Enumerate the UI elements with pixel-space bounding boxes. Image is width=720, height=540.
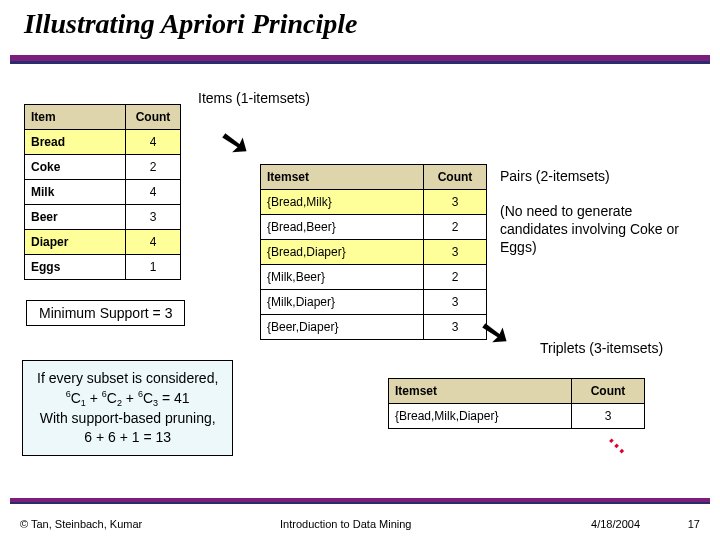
ellipsis-dots-icon: ⋯ [600, 429, 633, 462]
pairs-note: (No need to generate candidates involvin… [500, 202, 700, 257]
calc-l4: 6 + 6 + 1 = 13 [37, 428, 218, 447]
td: {Bread,Diaper} [261, 240, 424, 265]
label-items: Items (1-itemsets) [198, 90, 310, 106]
td: Beer [25, 205, 126, 230]
calc-l1: If every subset is considered, [37, 369, 218, 388]
th: Count [126, 105, 181, 130]
td: {Beer,Diaper} [261, 315, 424, 340]
footer-date: 4/18/2004 [591, 518, 640, 530]
td: 2 [424, 215, 487, 240]
th: Itemset [261, 165, 424, 190]
footer-copyright: © Tan, Steinbach, Kumar [20, 518, 142, 530]
td: 4 [126, 180, 181, 205]
td: {Bread,Milk,Diaper} [389, 404, 572, 429]
calc-box: If every subset is considered, 6C1 + 6C2… [22, 360, 233, 456]
table-3-itemsets: ItemsetCount {Bread,Milk,Diaper}3 [388, 378, 645, 429]
td: Diaper [25, 230, 126, 255]
td: 3 [424, 190, 487, 215]
th: Itemset [389, 379, 572, 404]
th: Count [424, 165, 487, 190]
td: 4 [126, 230, 181, 255]
td: 1 [126, 255, 181, 280]
td: Coke [25, 155, 126, 180]
footer-center: Introduction to Data Mining [280, 518, 411, 530]
arrow-down-right-icon: ➘ [217, 120, 254, 167]
td: Milk [25, 180, 126, 205]
title-rule [10, 55, 710, 61]
th: Count [572, 379, 645, 404]
td: 3 [424, 290, 487, 315]
td: Bread [25, 130, 126, 155]
td: {Milk,Beer} [261, 265, 424, 290]
td: 3 [572, 404, 645, 429]
label-pairs: Pairs (2-itemsets) [500, 168, 610, 184]
td: 3 [424, 240, 487, 265]
td: 4 [126, 130, 181, 155]
td: {Milk,Diaper} [261, 290, 424, 315]
page-title: Illustrating Apriori Principle [24, 8, 357, 40]
calc-l3: With support-based pruning, [37, 409, 218, 428]
label-triplets: Triplets (3-itemsets) [540, 340, 663, 356]
footer-page: 17 [688, 518, 700, 530]
td: 2 [126, 155, 181, 180]
table-1-itemsets: ItemCount Bread4 Coke2 Milk4 Beer3 Diape… [24, 104, 181, 280]
td: 3 [126, 205, 181, 230]
td: 2 [424, 265, 487, 290]
table-2-itemsets: ItemsetCount {Bread,Milk}3 {Bread,Beer}2… [260, 164, 487, 340]
footer-rule [10, 498, 710, 502]
calc-l2: 6C1 + 6C2 + 6C3 = 41 [37, 388, 218, 410]
td: {Bread,Beer} [261, 215, 424, 240]
minsup-box: Minimum Support = 3 [26, 300, 185, 326]
arrow-down-right-icon: ➘ [477, 310, 514, 357]
th: Item [25, 105, 126, 130]
td: Eggs [25, 255, 126, 280]
td: {Bread,Milk} [261, 190, 424, 215]
